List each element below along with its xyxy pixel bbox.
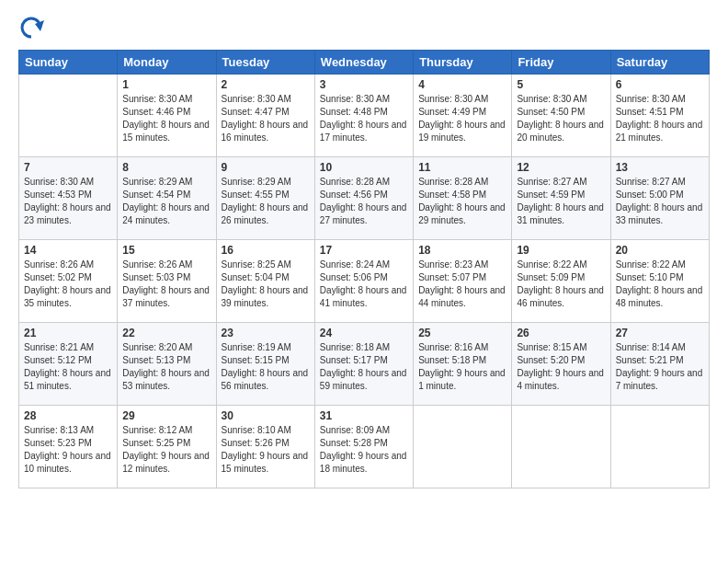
- sunrise-text: Sunrise: 8:30 AM: [222, 94, 291, 104]
- calendar-cell: 28 Sunrise: 8:13 AM Sunset: 5:23 PM Dayl…: [19, 406, 118, 488]
- sunrise-text: Sunrise: 8:30 AM: [24, 177, 94, 187]
- daylight-text: Daylight: 8 hours and 44 minutes.: [418, 285, 506, 308]
- day-number: 13: [616, 161, 704, 174]
- sunset-text: Sunset: 5:25 PM: [122, 438, 190, 448]
- calendar-cell: 30 Sunrise: 8:10 AM Sunset: 5:26 PM Dayl…: [216, 406, 314, 488]
- sunrise-text: Sunrise: 8:22 AM: [517, 259, 586, 270]
- sunrise-text: Sunrise: 8:30 AM: [122, 94, 192, 104]
- day-number: 20: [616, 244, 704, 257]
- calendar-week-4: 21 Sunrise: 8:21 AM Sunset: 5:12 PM Dayl…: [19, 323, 710, 406]
- day-number: 17: [320, 244, 408, 257]
- daylight-text: Daylight: 8 hours and 19 minutes.: [418, 120, 506, 143]
- day-info: Sunrise: 8:29 AM Sunset: 4:54 PM Dayligh…: [122, 176, 210, 227]
- sunrise-text: Sunrise: 8:22 AM: [616, 259, 686, 270]
- sunrise-text: Sunrise: 8:30 AM: [418, 94, 488, 104]
- calendar-cell: 23 Sunrise: 8:19 AM Sunset: 5:15 PM Dayl…: [216, 323, 314, 406]
- calendar-cell: 29 Sunrise: 8:12 AM Sunset: 5:25 PM Dayl…: [118, 406, 216, 488]
- logo: [18, 15, 46, 40]
- sunset-text: Sunset: 5:10 PM: [616, 272, 684, 282]
- sunrise-text: Sunrise: 8:26 AM: [122, 259, 192, 270]
- sunrise-text: Sunrise: 8:16 AM: [418, 342, 488, 352]
- sunrise-text: Sunrise: 8:25 AM: [222, 259, 291, 270]
- day-number: 5: [517, 78, 605, 91]
- calendar-cell: 19 Sunrise: 8:22 AM Sunset: 5:09 PM Dayl…: [512, 240, 610, 323]
- daylight-text: Daylight: 9 hours and 1 minute.: [418, 368, 506, 391]
- weekday-header-thursday: Thursday: [414, 51, 512, 75]
- calendar-cell: 31 Sunrise: 8:09 AM Sunset: 5:28 PM Dayl…: [314, 406, 413, 488]
- daylight-text: Daylight: 8 hours and 17 minutes.: [320, 120, 407, 143]
- day-number: 24: [320, 327, 408, 339]
- day-info: Sunrise: 8:19 AM Sunset: 5:15 PM Dayligh…: [222, 341, 310, 393]
- daylight-text: Daylight: 8 hours and 33 minutes.: [616, 202, 703, 225]
- sunset-text: Sunset: 5:04 PM: [222, 272, 290, 282]
- sunset-text: Sunset: 4:55 PM: [222, 190, 290, 200]
- day-info: Sunrise: 8:18 AM Sunset: 5:17 PM Dayligh…: [320, 341, 408, 393]
- day-info: Sunrise: 8:13 AM Sunset: 5:23 PM Dayligh…: [24, 424, 112, 476]
- sunrise-text: Sunrise: 8:09 AM: [320, 425, 390, 435]
- sunrise-text: Sunrise: 8:21 AM: [24, 342, 94, 352]
- day-number: 7: [24, 161, 112, 174]
- sunrise-text: Sunrise: 8:12 AM: [122, 425, 192, 435]
- day-number: 4: [418, 78, 506, 91]
- day-info: Sunrise: 8:26 AM Sunset: 5:03 PM Dayligh…: [122, 259, 210, 310]
- calendar-cell: 3 Sunrise: 8:30 AM Sunset: 4:48 PM Dayli…: [314, 75, 413, 157]
- daylight-text: Daylight: 8 hours and 59 minutes.: [320, 368, 407, 391]
- calendar-cell: 25 Sunrise: 8:16 AM Sunset: 5:18 PM Dayl…: [414, 323, 512, 406]
- calendar-cell: [414, 406, 512, 488]
- weekday-header-wednesday: Wednesday: [314, 51, 413, 75]
- calendar-cell: 27 Sunrise: 8:14 AM Sunset: 5:21 PM Dayl…: [610, 323, 709, 406]
- day-number: 21: [24, 327, 112, 339]
- sunset-text: Sunset: 5:06 PM: [320, 272, 388, 282]
- sunset-text: Sunset: 5:23 PM: [24, 438, 92, 448]
- sunrise-text: Sunrise: 8:18 AM: [320, 342, 390, 352]
- calendar: SundayMondayTuesdayWednesdayThursdayFrid…: [18, 50, 710, 488]
- day-number: 14: [24, 244, 112, 257]
- sunset-text: Sunset: 5:03 PM: [122, 272, 190, 282]
- sunset-text: Sunset: 5:12 PM: [24, 355, 92, 365]
- calendar-cell: 4 Sunrise: 8:30 AM Sunset: 4:49 PM Dayli…: [414, 75, 512, 157]
- sunset-text: Sunset: 5:28 PM: [320, 438, 388, 448]
- calendar-week-2: 7 Sunrise: 8:30 AM Sunset: 4:53 PM Dayli…: [19, 157, 710, 240]
- day-number: 19: [517, 244, 605, 257]
- daylight-text: Daylight: 9 hours and 4 minutes.: [517, 368, 604, 391]
- daylight-text: Daylight: 8 hours and 27 minutes.: [320, 202, 407, 225]
- daylight-text: Daylight: 8 hours and 26 minutes.: [222, 202, 309, 225]
- daylight-text: Daylight: 8 hours and 24 minutes.: [122, 202, 210, 225]
- sunrise-text: Sunrise: 8:10 AM: [222, 425, 291, 435]
- day-number: 29: [122, 409, 210, 422]
- daylight-text: Daylight: 8 hours and 35 minutes.: [24, 285, 111, 308]
- day-info: Sunrise: 8:30 AM Sunset: 4:53 PM Dayligh…: [24, 176, 112, 227]
- calendar-cell: 13 Sunrise: 8:27 AM Sunset: 5:00 PM Dayl…: [610, 157, 709, 240]
- day-info: Sunrise: 8:15 AM Sunset: 5:20 PM Dayligh…: [517, 341, 605, 393]
- calendar-body: 1 Sunrise: 8:30 AM Sunset: 4:46 PM Dayli…: [19, 75, 710, 488]
- day-number: 28: [24, 409, 112, 422]
- daylight-text: Daylight: 8 hours and 21 minutes.: [616, 120, 703, 143]
- sunrise-text: Sunrise: 8:15 AM: [517, 342, 586, 352]
- sunset-text: Sunset: 4:48 PM: [320, 107, 388, 117]
- calendar-cell: 12 Sunrise: 8:27 AM Sunset: 4:59 PM Dayl…: [512, 157, 610, 240]
- sunrise-text: Sunrise: 8:24 AM: [320, 259, 390, 270]
- daylight-text: Daylight: 8 hours and 20 minutes.: [517, 120, 604, 143]
- daylight-text: Daylight: 8 hours and 48 minutes.: [616, 285, 703, 308]
- daylight-text: Daylight: 8 hours and 53 minutes.: [122, 368, 210, 391]
- sunset-text: Sunset: 5:20 PM: [517, 355, 585, 365]
- day-info: Sunrise: 8:30 AM Sunset: 4:51 PM Dayligh…: [616, 93, 704, 144]
- daylight-text: Daylight: 8 hours and 46 minutes.: [517, 285, 604, 308]
- day-info: Sunrise: 8:27 AM Sunset: 5:00 PM Dayligh…: [616, 176, 704, 227]
- sunset-text: Sunset: 4:58 PM: [418, 190, 486, 200]
- weekday-header-tuesday: Tuesday: [216, 51, 314, 75]
- day-info: Sunrise: 8:16 AM Sunset: 5:18 PM Dayligh…: [418, 341, 506, 393]
- day-number: 16: [222, 244, 310, 257]
- sunset-text: Sunset: 4:46 PM: [122, 107, 190, 117]
- day-info: Sunrise: 8:25 AM Sunset: 5:04 PM Dayligh…: [222, 259, 310, 310]
- sunrise-text: Sunrise: 8:30 AM: [616, 94, 686, 104]
- daylight-text: Daylight: 9 hours and 10 minutes.: [24, 451, 111, 474]
- day-number: 12: [517, 161, 605, 174]
- day-number: 26: [517, 327, 605, 339]
- sunset-text: Sunset: 4:47 PM: [222, 107, 290, 117]
- day-number: 3: [320, 78, 408, 91]
- sunrise-text: Sunrise: 8:28 AM: [320, 177, 390, 187]
- logo-icon: [18, 15, 44, 40]
- day-number: 8: [122, 161, 210, 174]
- sunset-text: Sunset: 4:59 PM: [517, 190, 585, 200]
